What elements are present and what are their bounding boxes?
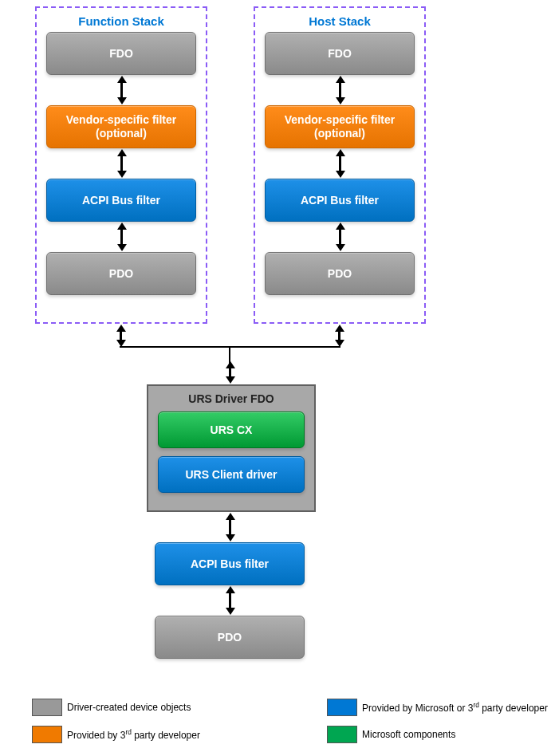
urs-client-driver-node: URS Client driver [158, 456, 305, 493]
arrow-icon [339, 155, 341, 172]
function-stack-container: Function Stack FDO Vendor-specific filte… [35, 6, 207, 324]
node-label: Vendor-specific filter (optional) [47, 113, 195, 140]
arrow-icon [339, 81, 341, 99]
function-acpi-bus-filter-node: ACPI Bus filter [46, 179, 196, 222]
arrow-icon [229, 592, 231, 609]
node-label: ACPI Bus filter [76, 194, 167, 207]
host-stack-container: Host Stack FDO Vendor-specific filter (o… [254, 6, 426, 324]
lower-pdo-node: PDO [155, 616, 305, 659]
arrow-icon [229, 518, 231, 536]
host-pdo-node: PDO [265, 252, 415, 295]
function-fdo-node: FDO [46, 32, 196, 75]
legend-swatch-blue [327, 699, 357, 716]
host-fdo-node: FDO [265, 32, 415, 75]
legend-swatch-gray [32, 699, 62, 716]
legend-gray: Driver-created device objects [32, 699, 191, 716]
legend-label: Provided by 3rd party developer [67, 728, 200, 741]
lower-acpi-bus-filter-node: ACPI Bus filter [155, 542, 305, 585]
arrow-icon [339, 228, 341, 246]
arrow-icon [120, 81, 123, 99]
diagram-root: Function Stack FDO Vendor-specific filte… [0, 0, 551, 756]
host-stack-title: Host Stack [265, 14, 415, 28]
host-vendor-filter-node: Vendor-specific filter (optional) [265, 105, 415, 148]
legend-swatch-orange [32, 726, 62, 743]
node-label: PDO [103, 267, 140, 281]
arrow-icon [229, 367, 231, 378]
urs-driver-fdo-title: URS Driver FDO [158, 392, 305, 405]
function-pdo-node: PDO [46, 252, 196, 295]
node-label: ACPI Bus filter [294, 194, 385, 207]
legend-orange: Provided by 3rd party developer [32, 726, 200, 743]
node-label: FDO [321, 47, 358, 61]
node-label: Vendor-specific filter (optional) [266, 113, 414, 140]
node-label: URS Client driver [179, 468, 283, 482]
function-vendor-filter-node: Vendor-specific filter (optional) [46, 105, 196, 148]
function-stack-title: Function Stack [46, 14, 196, 28]
urs-cx-node: URS CX [158, 411, 305, 448]
arrow-icon [120, 330, 122, 341]
legend-label: Provided by Microsoft or 3rd party devel… [362, 701, 548, 714]
legend-swatch-green [327, 726, 357, 743]
legend-green: Microsoft components [327, 726, 455, 743]
arrow-icon [338, 330, 340, 341]
node-label: ACPI Bus filter [184, 557, 275, 571]
legend-label: Driver-created device objects [67, 702, 191, 713]
arrow-icon [120, 155, 123, 172]
legend-blue: Provided by Microsoft or 3rd party devel… [327, 699, 548, 716]
host-acpi-bus-filter-node: ACPI Bus filter [265, 179, 415, 222]
arrow-icon [120, 228, 123, 246]
node-label: FDO [103, 47, 140, 61]
node-label: PDO [321, 267, 358, 281]
urs-driver-fdo-container: URS Driver FDO URS CX URS Client driver [147, 384, 316, 512]
legend-label: Microsoft components [362, 729, 455, 740]
node-label: URS CX [204, 423, 259, 437]
node-label: PDO [211, 631, 248, 644]
